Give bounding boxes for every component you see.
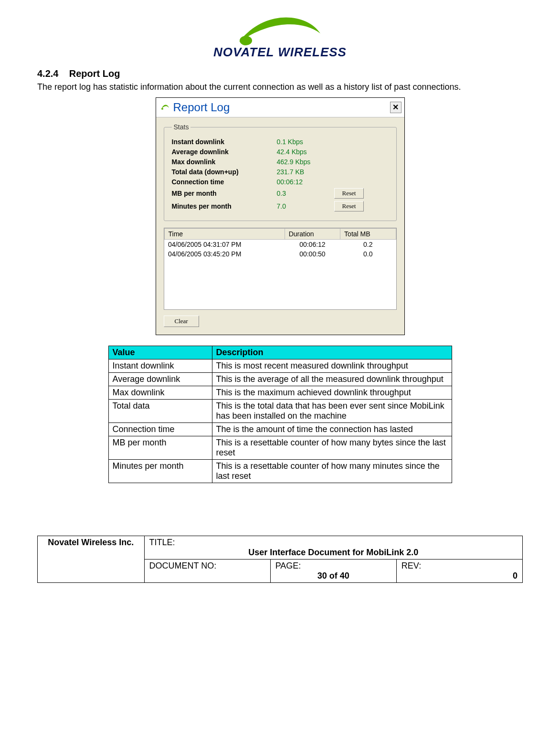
section-number: 4.2.4 <box>37 68 58 79</box>
desc-value: Total data <box>108 400 212 423</box>
close-icon: ✕ <box>392 104 399 111</box>
logo: NOVATEL WIRELESS <box>37 14 523 60</box>
history-total-mb: 0.2 <box>340 240 396 250</box>
stats-legend: Stats <box>172 123 191 131</box>
stat-row-instant: Instant downlink 0.1 Kbps <box>172 138 389 146</box>
desc-description: This is most recent measured downlink th… <box>212 359 452 373</box>
history-duration: 00:06:12 <box>285 240 340 250</box>
desc-description: This is the total data that has been eve… <box>212 400 452 423</box>
desc-head-desc: Description <box>212 346 452 359</box>
history-header-row: Time Duration Total MB <box>164 229 396 240</box>
swoosh-icon <box>234 14 325 48</box>
titlebar: Report Log ✕ <box>156 98 404 117</box>
app-icon <box>161 104 169 111</box>
desc-value: MB per month <box>108 436 212 460</box>
desc-description: This is the average of all the measured … <box>212 373 452 386</box>
company-name: Novatel Wireless Inc. <box>38 536 145 583</box>
document-info-block: Novatel Wireless Inc. TITLE: User Interf… <box>37 536 523 583</box>
stats-group: Stats Instant downlink 0.1 Kbps Average … <box>164 123 397 221</box>
history-duration: 00:00:50 <box>285 249 340 259</box>
rev-value: 0 <box>402 571 518 581</box>
title-label: TITLE: <box>149 538 175 548</box>
col-total-mb[interactable]: Total MB <box>340 229 396 240</box>
stat-row-total: Total data (down+up) 231.7 KB <box>172 168 389 176</box>
table-row: MB per monthThis is a resettable counter… <box>108 436 452 460</box>
stat-row-mb: MB per month 0.3 Reset <box>172 188 389 199</box>
stat-value: 7.0 <box>277 202 334 210</box>
stat-label: Max downlink <box>172 158 277 166</box>
table-row: Minutes per monthThis is a resettable co… <box>108 460 452 483</box>
stat-label: Average downlink <box>172 148 277 156</box>
table-row: Total dataThis is the total data that ha… <box>108 400 452 423</box>
svg-point-1 <box>161 108 163 110</box>
stat-row-conn: Connection time 00:06:12 <box>172 178 389 186</box>
page-value: 30 of 40 <box>275 571 391 581</box>
title-value: User Interface Document for MobiLink 2.0 <box>248 548 418 557</box>
table-row: Average downlinkThis is the average of a… <box>108 373 452 386</box>
stat-label: MB per month <box>172 190 277 197</box>
clear-button[interactable]: Clear <box>164 316 199 327</box>
section-heading: 4.2.4 Report Log <box>37 68 523 79</box>
stat-value: 231.7 KB <box>277 168 334 176</box>
desc-description: This is the maximum achieved downlink th… <box>212 386 452 400</box>
desc-head-value: Value <box>108 346 212 359</box>
close-button[interactable]: ✕ <box>390 102 402 113</box>
history-total-mb: 0.0 <box>340 249 396 259</box>
window-title: Report Log <box>173 101 230 114</box>
description-table: Value Description Instant downlinkThis i… <box>108 346 452 483</box>
stat-label: Instant downlink <box>172 138 277 146</box>
desc-value: Average downlink <box>108 373 212 386</box>
stat-value: 42.4 Kbps <box>277 148 334 156</box>
table-row: Connection timeThe is the amount of time… <box>108 423 452 436</box>
stat-row-average: Average downlink 42.4 Kbps <box>172 148 389 156</box>
table-row: Max downlinkThis is the maximum achieved… <box>108 386 452 400</box>
history-time: 04/06/2005 03:45:20 PM <box>164 249 285 259</box>
docno-label: DOCUMENT NO: <box>149 561 217 570</box>
stat-value: 0.1 Kbps <box>277 138 334 146</box>
stat-label: Minutes per month <box>172 202 277 210</box>
desc-description: The is the amount of time the connection… <box>212 423 452 436</box>
page-label: PAGE: <box>275 561 301 570</box>
section-title: Report Log <box>69 68 120 79</box>
report-log-window: Report Log ✕ Stats Instant downlink 0.1 … <box>156 97 405 335</box>
svg-point-0 <box>240 36 252 45</box>
desc-description: This is a resettable counter of how many… <box>212 460 452 483</box>
desc-description: This is a resettable counter of how many… <box>212 436 452 460</box>
history-row[interactable]: 04/06/2005 03:45:20 PM00:00:500.0 <box>164 249 396 259</box>
col-time[interactable]: Time <box>164 229 285 240</box>
history-time: 04/06/2005 04:31:07 PM <box>164 240 285 250</box>
rev-label: REV: <box>402 561 421 570</box>
reset-min-button[interactable]: Reset <box>334 201 364 211</box>
table-row: Instant downlinkThis is most recent meas… <box>108 359 452 373</box>
desc-value: Instant downlink <box>108 359 212 373</box>
stat-value: 0.3 <box>277 190 334 197</box>
stat-value: 00:06:12 <box>277 178 334 186</box>
stat-row-max: Max downlink 462.9 Kbps <box>172 158 389 166</box>
reset-mb-button[interactable]: Reset <box>334 188 364 199</box>
stat-value: 462.9 Kbps <box>277 158 334 166</box>
desc-value: Max downlink <box>108 386 212 400</box>
history-list[interactable]: Time Duration Total MB 04/06/2005 04:31:… <box>164 228 397 310</box>
section-intro: The report log has statistic information… <box>37 81 523 93</box>
desc-value: Minutes per month <box>108 460 212 483</box>
desc-value: Connection time <box>108 423 212 436</box>
stat-label: Connection time <box>172 178 277 186</box>
history-row[interactable]: 04/06/2005 04:31:07 PM00:06:120.2 <box>164 240 396 250</box>
col-duration[interactable]: Duration <box>285 229 340 240</box>
stat-label: Total data (down+up) <box>172 168 277 176</box>
stat-row-min: Minutes per month 7.0 Reset <box>172 201 389 211</box>
